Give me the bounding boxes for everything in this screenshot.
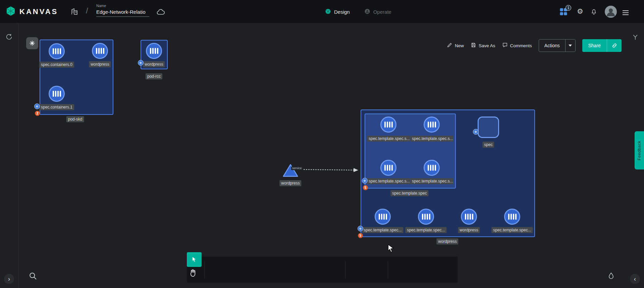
group-label: pod-rcc bbox=[146, 73, 162, 79]
node-container[interactable] bbox=[49, 43, 65, 59]
kanvas-logo-icon bbox=[5, 6, 16, 18]
cursor-icon bbox=[191, 256, 198, 263]
notifications-bell-icon[interactable] bbox=[590, 8, 597, 16]
kubernetes-badge-icon: ⎈ bbox=[358, 226, 363, 231]
hand-icon bbox=[189, 269, 198, 278]
design-name-input[interactable] bbox=[96, 8, 149, 17]
group-label: wordpress bbox=[436, 238, 458, 244]
group-label: pod-skd bbox=[66, 116, 84, 122]
issue-count-badge[interactable]: 5 bbox=[358, 233, 363, 238]
pan-tool-button[interactable] bbox=[189, 269, 198, 279]
ink-drop-button[interactable] bbox=[607, 272, 615, 281]
name-field-label: Name bbox=[96, 4, 149, 8]
kubernetes-badge-icon: ⎈ bbox=[362, 178, 368, 184]
node-label: spec.template.spec.s... bbox=[367, 178, 410, 184]
hamburger-menu-icon[interactable] bbox=[623, 9, 629, 16]
container-icon bbox=[384, 122, 393, 128]
node-label: spec bbox=[482, 142, 494, 148]
node-container[interactable] bbox=[375, 209, 391, 225]
magnifier-icon bbox=[28, 271, 38, 281]
container-icon bbox=[53, 91, 61, 97]
comments-button-label: Comments bbox=[510, 43, 532, 48]
node-container[interactable] bbox=[380, 160, 396, 176]
left-rail bbox=[0, 23, 19, 288]
chevron-down-icon bbox=[569, 45, 572, 47]
dock-divider bbox=[204, 261, 205, 278]
kanvas-logo[interactable]: KANVAS bbox=[5, 6, 58, 18]
node-container[interactable] bbox=[461, 209, 477, 225]
issue-count-badge[interactable]: 2 bbox=[35, 111, 40, 116]
service-to-deployment-edge bbox=[297, 165, 362, 175]
node-spec[interactable] bbox=[478, 117, 499, 138]
expand-left-panel-button[interactable]: › bbox=[4, 274, 14, 284]
node-label: wordpress bbox=[143, 61, 165, 67]
node-label: wordpress bbox=[279, 180, 301, 186]
node-container[interactable] bbox=[424, 160, 440, 176]
tab-operate[interactable]: Operate bbox=[364, 8, 391, 16]
share-button[interactable]: Share bbox=[582, 39, 607, 52]
operate-tab-icon bbox=[364, 8, 371, 16]
design-tab-label: Design bbox=[334, 9, 350, 15]
container-icon bbox=[53, 48, 61, 54]
dock-divider bbox=[388, 261, 388, 278]
container-icon bbox=[379, 214, 387, 220]
settings-gear-icon[interactable]: ⚙ bbox=[577, 8, 583, 15]
node-container[interactable] bbox=[49, 86, 65, 102]
node-container[interactable] bbox=[146, 43, 162, 59]
merge-branch-icon[interactable] bbox=[632, 34, 639, 42]
actions-button[interactable]: Actions bbox=[539, 40, 565, 52]
new-button-label: New bbox=[455, 43, 464, 48]
design-tab-icon bbox=[325, 8, 331, 16]
container-icon bbox=[465, 214, 473, 220]
node-container[interactable] bbox=[424, 117, 440, 133]
container-icon bbox=[428, 165, 436, 171]
node-label: spec.template.spec.s... bbox=[367, 136, 410, 142]
feedback-tab[interactable]: Feedback bbox=[635, 131, 644, 169]
container-icon bbox=[150, 48, 158, 54]
node-container[interactable] bbox=[380, 117, 396, 133]
kubernetes-badge-icon: ⎈ bbox=[473, 129, 479, 135]
container-icon bbox=[422, 214, 430, 220]
dock-divider bbox=[345, 261, 345, 278]
zoom-search-button[interactable] bbox=[28, 271, 38, 282]
tab-design[interactable]: Design bbox=[325, 8, 350, 16]
app-title: KANVAS bbox=[19, 7, 58, 16]
canvas-action-row: New Save As Comments Actions Share bbox=[447, 39, 622, 52]
workspace-icon[interactable] bbox=[70, 8, 78, 17]
node-label: wordpress bbox=[458, 227, 480, 233]
container-icon bbox=[428, 122, 436, 128]
node-service[interactable] bbox=[282, 163, 299, 179]
node-container[interactable] bbox=[92, 43, 108, 59]
node-label: spec.containers.0 bbox=[39, 62, 74, 68]
new-button[interactable]: New bbox=[447, 42, 464, 49]
group-pod-template[interactable] bbox=[365, 114, 456, 189]
node-label: wordpress bbox=[89, 61, 111, 67]
container-icon bbox=[508, 214, 517, 220]
app-header: KANVAS / Name Design bbox=[0, 0, 644, 23]
edge-type-chip: service bbox=[291, 166, 303, 170]
link-icon bbox=[611, 43, 618, 49]
copy-link-button[interactable] bbox=[607, 39, 622, 52]
tool-dock bbox=[187, 257, 458, 283]
node-label: spec.template.spec.s... bbox=[410, 178, 453, 184]
node-label: spec.containers.1 bbox=[39, 104, 74, 110]
design-name-block: Name bbox=[96, 4, 149, 17]
select-tool-button[interactable] bbox=[187, 252, 202, 267]
node-container[interactable] bbox=[418, 209, 434, 225]
issue-count-badge[interactable]: 5 bbox=[363, 185, 368, 190]
comments-button[interactable]: Comments bbox=[502, 42, 532, 49]
droplet-icon bbox=[607, 272, 615, 280]
history-sync-icon[interactable] bbox=[5, 33, 13, 42]
cloud-sync-icon[interactable] bbox=[156, 8, 165, 17]
comment-icon bbox=[502, 42, 508, 49]
actions-caret-button[interactable] bbox=[565, 40, 575, 52]
collapse-right-panel-button[interactable]: ‹ bbox=[630, 274, 640, 284]
node-label: spec.template.spec... bbox=[362, 227, 403, 233]
group-label: spec.template.spec bbox=[390, 190, 428, 196]
feedback-tab-label: Feedback bbox=[637, 141, 642, 160]
save-as-button[interactable]: Save As bbox=[471, 42, 495, 49]
node-container[interactable] bbox=[504, 209, 520, 225]
avatar[interactable] bbox=[605, 6, 617, 19]
node-label: spec.template.spec.s... bbox=[410, 136, 453, 142]
snowflake-button[interactable] bbox=[26, 37, 38, 49]
